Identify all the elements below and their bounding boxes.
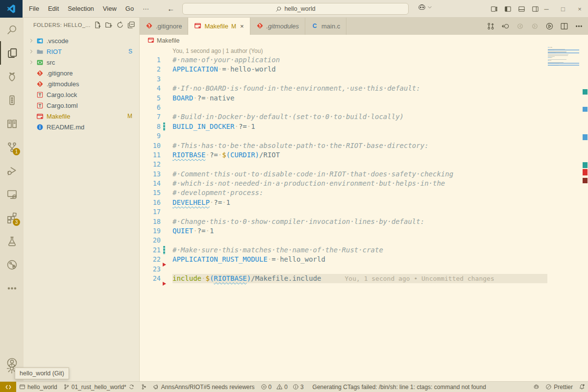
line-number[interactable]: 11 <box>140 150 161 160</box>
tree-item-gitmodules[interactable]: .gitmodules <box>24 78 139 89</box>
status-remote-indicator[interactable] <box>0 382 16 392</box>
status-workspace[interactable]: hello_world <box>16 382 60 392</box>
activity-extensions[interactable]: 3 <box>0 206 24 229</box>
tree-item-riot[interactable]: RIOTS <box>24 46 139 57</box>
code-line-4[interactable]: 4#·If·no·BOARD·is·found·in·the·environme… <box>140 84 588 93</box>
more-actions-icon[interactable] <box>575 22 583 30</box>
menu-[interactable]: ··· <box>138 3 153 14</box>
copilot-menu[interactable] <box>417 3 432 12</box>
line-number[interactable]: 15 <box>140 188 161 197</box>
tree-item-cargo.toml[interactable]: Cargo.toml <box>24 100 139 111</box>
line-number[interactable]: 2 <box>140 65 161 74</box>
breadcrumb[interactable]: Makefile <box>140 35 588 47</box>
line-number[interactable]: 22 <box>140 255 161 264</box>
code-line-21[interactable]: 21#·Make·sure·this·matches·the·name·of·t… <box>140 245 588 255</box>
minimize-button[interactable]: ─ <box>538 5 555 13</box>
activity-source-control[interactable]: 1 <box>0 135 24 159</box>
menu-go[interactable]: Go <box>121 3 138 14</box>
code-line-8[interactable]: 8BUILD_IN_DOCKER·?=·1 <box>140 122 588 131</box>
open-changes-icon[interactable] <box>487 22 495 30</box>
activity-dependency-graph[interactable] <box>0 253 24 276</box>
toggle-primary-sidebar-icon[interactable] <box>504 5 512 13</box>
activity-search[interactable] <box>0 18 24 41</box>
code-line-12[interactable]: 12 <box>140 160 588 169</box>
code-line-1[interactable]: 1#·name·of·your·application <box>140 55 588 65</box>
status-problems[interactable]: 003 <box>258 382 310 392</box>
line-number[interactable]: 7 <box>140 112 161 122</box>
maximize-button[interactable]: □ <box>555 5 571 13</box>
status-notifications[interactable] <box>576 384 588 390</box>
explorer-section-title[interactable]: FOLDERS: HELLO_... <box>33 22 94 28</box>
status-copilot-status[interactable] <box>530 384 542 390</box>
line-number[interactable]: 9 <box>140 131 161 141</box>
line-number[interactable]: 24 <box>140 274 161 283</box>
line-number[interactable]: 16 <box>140 198 161 207</box>
activity-testing[interactable] <box>0 229 24 253</box>
tab-gitmodules[interactable]: .gitmodules <box>250 18 305 35</box>
menu-file[interactable]: File <box>24 3 44 14</box>
status-prettier[interactable]: Prettier <box>542 384 576 391</box>
code-line-22[interactable]: 22APPLICATION_RUST_MODULE·=·hello_world <box>140 255 588 264</box>
activity-run-debug[interactable] <box>0 159 24 182</box>
status-git-graph[interactable] <box>138 382 150 392</box>
line-number[interactable]: 21 <box>140 245 161 255</box>
refresh-icon[interactable] <box>116 21 124 29</box>
code-line-7[interactable]: 7#·Build·in·Docker·by·default·(set·to·0·… <box>140 112 588 122</box>
code-line-14[interactable]: 14#·which·is·not·needed·in·a·production·… <box>140 179 588 188</box>
new-folder-icon[interactable] <box>105 21 113 29</box>
next-change-icon[interactable] <box>531 22 539 30</box>
activity-explorer[interactable] <box>0 41 24 65</box>
line-number[interactable]: 23 <box>140 265 161 274</box>
minimap[interactable] <box>548 47 579 69</box>
activity-extension-ruler[interactable] <box>0 88 24 112</box>
tree-item-makefile[interactable]: MakefileM <box>24 111 139 122</box>
tree-item-readme.md[interactable]: README.md <box>24 122 139 132</box>
activity-remote-explorer[interactable] <box>0 182 24 206</box>
close-button[interactable]: × <box>571 5 588 13</box>
code-line-3[interactable]: 3 <box>140 74 588 84</box>
code-line-2[interactable]: 2APPLICATION·=·hello-world <box>140 65 588 74</box>
gitlens-file-blame[interactable]: You, 1 second ago | 1 author (You) <box>172 47 588 55</box>
code-line-10[interactable]: 10#·This·has·to·be·the·absolute·path·to·… <box>140 141 588 150</box>
code-line-18[interactable]: 18#·Change·this·to·0·show·compiler·invoc… <box>140 217 588 226</box>
line-number[interactable]: 5 <box>140 94 161 103</box>
line-number[interactable]: 6 <box>140 103 161 112</box>
tab-makefile[interactable]: MakefileM× <box>188 18 250 35</box>
menu-selection[interactable]: Selection <box>63 3 98 14</box>
line-number[interactable]: 4 <box>140 84 161 93</box>
menu-view[interactable]: View <box>98 3 121 14</box>
status-pr-status[interactable]: AnnsAnns/RIOT#5 needs reviewers <box>150 382 258 392</box>
line-number[interactable]: 12 <box>140 160 161 169</box>
collapse-all-icon[interactable] <box>127 21 135 29</box>
line-number[interactable]: 13 <box>140 170 161 179</box>
line-number[interactable]: 3 <box>140 74 161 84</box>
toggle-panel-icon[interactable] <box>518 5 525 13</box>
line-number[interactable]: 19 <box>140 226 161 236</box>
previous-change-icon[interactable] <box>516 22 524 30</box>
code-editor[interactable]: You, 1 second ago | 1 author (You) 1#·na… <box>140 47 588 381</box>
code-line-16[interactable]: 16DEVELHELP·?=·1 <box>140 198 588 207</box>
split-editor-icon[interactable] <box>560 22 568 30</box>
status-git-branch[interactable]: 01_rust_hello_world* <box>60 382 138 392</box>
tree-item-src[interactable]: src <box>24 57 139 68</box>
nav-back-icon[interactable]: ← <box>167 4 174 13</box>
line-number[interactable]: 8 <box>140 122 161 131</box>
tab-main.c[interactable]: Cmain.c <box>305 18 346 35</box>
line-number[interactable]: 20 <box>140 236 161 245</box>
line-number[interactable]: 18 <box>140 217 161 226</box>
code-line-5[interactable]: 5BOARD·?=·native <box>140 94 588 103</box>
code-line-23[interactable]: 23 <box>140 265 588 274</box>
code-line-9[interactable]: 9 <box>140 131 588 141</box>
new-file-icon[interactable] <box>94 21 101 29</box>
overview-ruler[interactable] <box>581 47 588 381</box>
code-line-20[interactable]: 20 <box>140 236 588 245</box>
code-line-13[interactable]: 13#·Comment·this·out·to·disable·code·in·… <box>140 170 588 179</box>
menu-edit[interactable]: Edit <box>44 3 63 14</box>
code-line-24[interactable]: 24include·$(RIOTBASE)/Makefile.includeYo… <box>140 274 588 283</box>
code-line-11[interactable]: 11RIOTBASE·?=·$(CURDIR)/RIOT <box>140 150 588 160</box>
tree-item-vscode[interactable]: .vscode <box>24 35 139 46</box>
tree-item-cargo.lock[interactable]: Cargo.lock <box>24 89 139 100</box>
close-tab-icon[interactable]: × <box>240 23 244 30</box>
tab-gitignore[interactable]: .gitignore <box>140 18 188 35</box>
status-ctags-message[interactable]: Generating CTags failed: /bin/sh: line 1… <box>310 382 489 392</box>
